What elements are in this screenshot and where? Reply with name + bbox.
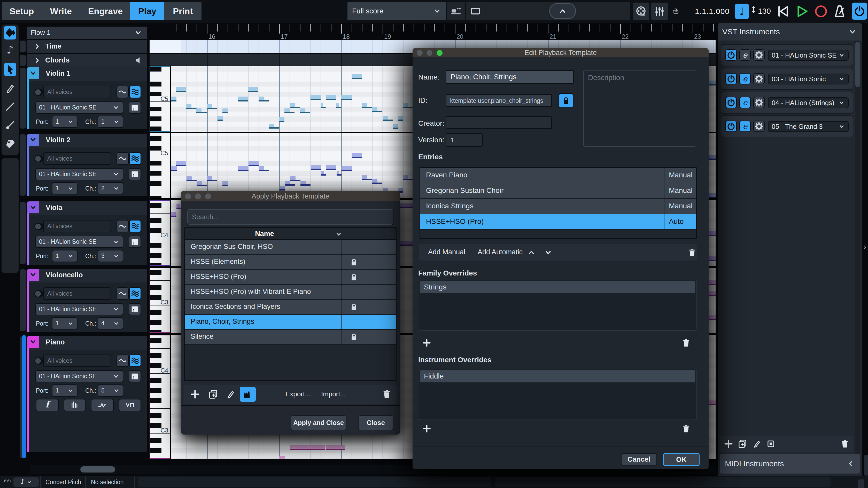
video-button[interactable]: [633, 3, 649, 20]
black-key[interactable]: [150, 263, 161, 266]
track-drag-handle[interactable]: [20, 269, 26, 331]
vst-settings-button[interactable]: [753, 121, 765, 132]
black-key[interactable]: [150, 338, 161, 343]
open-instrument-button[interactable]: [129, 370, 141, 382]
track-row-chords[interactable]: Chords: [27, 54, 147, 67]
move-up-button[interactable]: [527, 248, 536, 257]
move-down-button[interactable]: [544, 248, 553, 257]
midi-note[interactable]: [301, 181, 306, 184]
voices-field[interactable]: All voices: [43, 86, 111, 98]
ok-button[interactable]: OK: [663, 453, 700, 466]
port-select[interactable]: 1: [52, 116, 78, 128]
midi-note[interactable]: [279, 117, 284, 121]
black-key[interactable]: [150, 228, 161, 233]
black-key[interactable]: [150, 438, 161, 443]
midi-note[interactable]: [171, 212, 177, 216]
panel-layout-button[interactable]: [447, 2, 465, 20]
vst-power-button[interactable]: [725, 97, 737, 108]
delete-instrument-override-button[interactable]: [681, 423, 691, 434]
dialog-titlebar[interactable]: Apply Playback Template: [181, 191, 400, 201]
midi-note[interactable]: [290, 176, 296, 180]
speaker-icon[interactable]: [134, 56, 143, 65]
black-key[interactable]: [150, 413, 161, 418]
black-key[interactable]: [150, 378, 161, 383]
open-instrument-button[interactable]: [129, 236, 141, 248]
track-collapse-chip-violoncello[interactable]: [27, 269, 39, 281]
midi-note[interactable]: [326, 445, 345, 449]
instrument-select[interactable]: 01 - HALion Sonic SE: [35, 101, 123, 113]
play-button[interactable]: [795, 4, 809, 19]
vst-edit-button[interactable]: e: [739, 73, 751, 85]
mode-tab-play[interactable]: Play: [130, 2, 164, 20]
midi-instruments-header[interactable]: MIDI Instruments: [720, 454, 860, 474]
vst-scrollbar[interactable]: [855, 40, 860, 454]
velocity-lane-button[interactable]: [64, 399, 86, 411]
instrument-select[interactable]: 01 - HALion Sonic SE: [35, 303, 123, 315]
black-key[interactable]: [150, 243, 161, 248]
track-name-row[interactable]: [27, 201, 147, 215]
delete-template-button[interactable]: [381, 389, 393, 400]
track-collapse-chip-violin-2[interactable]: [27, 134, 39, 145]
template-row[interactable]: HSSE+HSO (Pro) with Vibrant E Piano: [185, 285, 396, 300]
black-key[interactable]: [150, 161, 161, 166]
midi-note[interactable]: [341, 95, 352, 99]
concert-pitch-label[interactable]: Concert Pitch: [45, 479, 81, 486]
midi-note[interactable]: [269, 124, 274, 127]
midi-note[interactable]: [248, 87, 258, 91]
midi-note[interactable]: [352, 153, 362, 157]
voices-toggle[interactable]: [34, 155, 43, 162]
tempo-value[interactable]: 130: [758, 7, 771, 15]
midi-note[interactable]: [285, 181, 290, 184]
midi-note[interactable]: [258, 97, 264, 100]
wave-display-button[interactable]: [117, 220, 129, 232]
tool-events[interactable]: ♪: [4, 43, 16, 57]
port-select[interactable]: 1: [52, 385, 78, 397]
midi-note[interactable]: [222, 181, 227, 185]
midi-note[interactable]: [311, 165, 321, 169]
flow-selector[interactable]: Flow 1: [27, 27, 147, 39]
track-drag-handle[interactable]: [20, 68, 26, 129]
voices-field[interactable]: All voices: [43, 287, 111, 300]
beat-unit-button[interactable]: ♩: [735, 4, 749, 19]
waves-display-button-active[interactable]: [129, 86, 141, 98]
window-mode-button[interactable]: [466, 2, 485, 20]
description-textarea[interactable]: Description: [583, 70, 696, 147]
vst-edit-button[interactable]: e: [739, 49, 751, 61]
black-key[interactable]: [150, 353, 161, 358]
track-collapse-chip-violin-1[interactable]: [27, 67, 39, 79]
add-automatic-button[interactable]: Add Automatic: [478, 248, 523, 256]
voices-toggle[interactable]: [34, 89, 43, 96]
black-key[interactable]: [150, 253, 161, 258]
vst-plugin-select[interactable]: 03 - HALion Sonic: [768, 74, 848, 85]
midi-note[interactable]: [177, 204, 180, 207]
port-select[interactable]: 1: [52, 317, 78, 329]
voices-toggle[interactable]: [34, 290, 43, 297]
wave-display-button[interactable]: [117, 86, 129, 98]
black-key[interactable]: [150, 196, 161, 198]
vst-settings-button[interactable]: [753, 97, 765, 108]
vst-edit-button[interactable]: e: [739, 121, 751, 132]
voices-field[interactable]: All voices: [43, 220, 111, 232]
close-button[interactable]: Close: [358, 416, 394, 430]
track-name-row[interactable]: [27, 269, 147, 283]
dynamics-lane-button[interactable]: f: [36, 399, 59, 411]
tool-select[interactable]: [4, 63, 16, 76]
record-button[interactable]: [814, 4, 828, 19]
midi-note[interactable]: [238, 166, 249, 170]
midi-note[interactable]: [320, 103, 323, 107]
vst-plugin-select[interactable]: 05 - The Grand 3: [768, 121, 848, 132]
entry-row[interactable]: Raven PianoManual: [420, 168, 696, 183]
black-key[interactable]: [150, 448, 161, 453]
delete-family-override-button[interactable]: [681, 338, 691, 348]
open-instrument-button[interactable]: [129, 168, 141, 180]
port-select[interactable]: 1: [52, 182, 78, 194]
delete-entry-button[interactable]: [687, 247, 697, 258]
instrument-select[interactable]: 01 - HALion Sonic SE: [35, 370, 123, 382]
black-key[interactable]: [150, 67, 161, 71]
channel-select[interactable]: 5: [98, 385, 123, 397]
metronome-button[interactable]: [832, 4, 847, 19]
black-key[interactable]: [150, 398, 161, 403]
midi-note[interactable]: [176, 161, 186, 165]
mode-tab-print[interactable]: Print: [164, 2, 202, 20]
tool-erase[interactable]: [4, 137, 16, 150]
